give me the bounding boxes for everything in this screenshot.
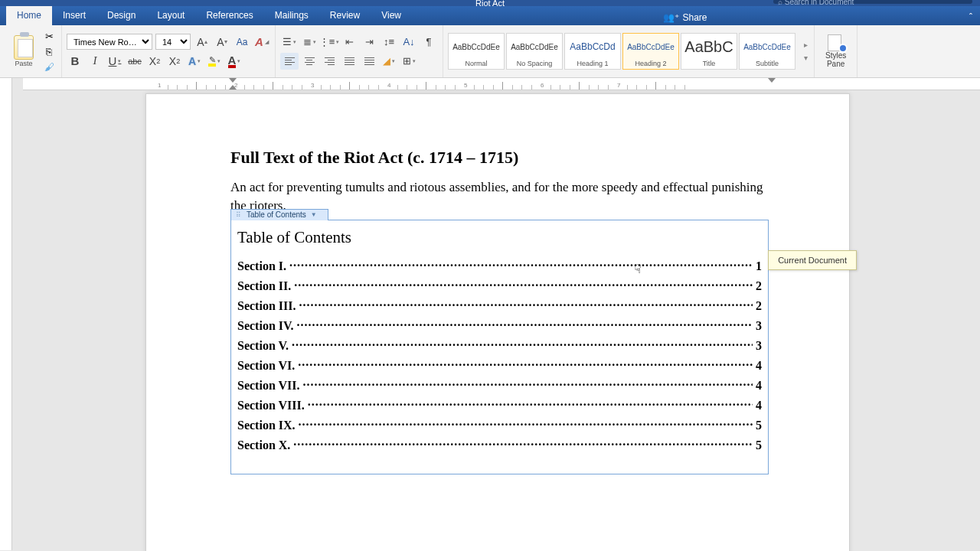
italic-button[interactable]: I bbox=[87, 53, 103, 70]
toc-entry-label: Section VII. bbox=[237, 379, 300, 393]
align-right-button[interactable] bbox=[320, 53, 338, 70]
align-center-button[interactable] bbox=[300, 53, 318, 70]
font-name-select[interactable]: Times New Ro… bbox=[67, 34, 152, 50]
multilevel-button[interactable]: ⋮≡▾ bbox=[320, 34, 338, 51]
style-tile-heading-1[interactable]: AaBbCcDdHeading 1 bbox=[564, 33, 621, 70]
horizontal-ruler[interactable]: 1234567 bbox=[23, 78, 980, 90]
style-sample: AaBbCcDd bbox=[570, 34, 615, 60]
clear-formatting-button[interactable]: A◢ bbox=[253, 34, 270, 51]
document-heading[interactable]: Full Text of the Riot Act (c. 1714 – 171… bbox=[230, 148, 769, 168]
font-size-select[interactable]: 14 bbox=[155, 34, 191, 50]
styles-pane-button[interactable]: Styles Pane bbox=[819, 31, 852, 71]
toc-field-tab[interactable]: ⠿ Table of Contents ▼ bbox=[230, 209, 328, 220]
style-sample: AaBbC bbox=[684, 34, 733, 60]
ribbon-tabs: Home Insert Design Layout References Mai… bbox=[0, 6, 980, 25]
decrease-indent-button[interactable]: ⇤ bbox=[340, 34, 358, 51]
toc-entry-label: Section IX. bbox=[237, 419, 296, 432]
show-marks-button[interactable]: ¶ bbox=[420, 34, 438, 51]
style-tile-title[interactable]: AaBbCTitle bbox=[681, 33, 737, 70]
document-page[interactable]: Full Text of the Riot Act (c. 1714 – 171… bbox=[145, 93, 850, 551]
shading-button[interactable]: ◢▾ bbox=[380, 53, 398, 70]
toc-entry-page: 3 bbox=[756, 339, 762, 353]
tab-review[interactable]: Review bbox=[319, 6, 371, 25]
title-bar: Riot Act ⌕ Search in Document bbox=[0, 0, 980, 6]
style-tile-no-spacing[interactable]: AaBbCcDdEeNo Spacing bbox=[506, 33, 563, 70]
distributed-icon bbox=[364, 57, 374, 65]
shrink-font-button[interactable]: A bbox=[214, 34, 230, 51]
sort-button[interactable]: A↓ bbox=[400, 34, 418, 51]
toc-entry[interactable]: Section II.2 bbox=[237, 278, 762, 293]
toc-entry-label: Section IV. bbox=[237, 319, 294, 333]
group-styles-pane: Styles Pane bbox=[815, 25, 858, 77]
tab-home[interactable]: Home bbox=[6, 6, 52, 25]
style-label: No Spacing bbox=[517, 60, 553, 67]
style-tile-subtitle[interactable]: AaBbCcDdEeSubtitle bbox=[739, 33, 795, 70]
increase-indent-button[interactable]: ⇥ bbox=[360, 34, 378, 51]
grow-font-button[interactable]: A bbox=[194, 34, 211, 51]
document-title: Riot Act bbox=[475, 0, 505, 8]
toc-entry-label: Section II. bbox=[237, 279, 291, 293]
line-spacing-button[interactable]: ↕≡ bbox=[380, 34, 398, 51]
text-effects-button[interactable]: A▾ bbox=[186, 53, 203, 70]
toc-entry-page: 5 bbox=[756, 439, 762, 452]
tab-insert[interactable]: Insert bbox=[52, 6, 96, 25]
toc-heading[interactable]: Table of Contents bbox=[237, 228, 762, 247]
toc-entry[interactable]: Section I.1 bbox=[237, 258, 762, 273]
align-left-button[interactable] bbox=[280, 53, 299, 70]
cut-button[interactable]: ✂︎ bbox=[41, 29, 57, 43]
distributed-button[interactable] bbox=[360, 53, 378, 70]
tab-mailings[interactable]: Mailings bbox=[264, 6, 319, 25]
toc-field[interactable]: ⠿ Table of Contents ▼ Table of Contents … bbox=[230, 220, 769, 474]
bullets-button[interactable]: ☰▾ bbox=[280, 34, 299, 51]
justify-button[interactable] bbox=[340, 53, 358, 70]
tab-design[interactable]: Design bbox=[96, 6, 146, 25]
tab-references[interactable]: References bbox=[195, 6, 263, 25]
style-tile-heading-2[interactable]: AaBbCcDdEeHeading 2 bbox=[622, 33, 679, 70]
tab-view[interactable]: View bbox=[371, 6, 412, 25]
dropdown-icon[interactable]: ▼ bbox=[311, 211, 317, 218]
numbering-button[interactable]: ≣▾ bbox=[300, 34, 318, 51]
toc-entry[interactable]: Section IV.3 bbox=[237, 318, 762, 333]
highlight-button[interactable]: ✎ ▾ bbox=[206, 53, 223, 70]
style-sample: AaBbCcDdEe bbox=[511, 34, 558, 60]
copy-icon: ⎘ bbox=[46, 46, 52, 57]
paste-button[interactable]: Paste bbox=[11, 34, 37, 69]
right-indent-marker[interactable] bbox=[768, 78, 776, 83]
toc-entry[interactable]: Section X.5 bbox=[237, 437, 762, 452]
copy-button[interactable]: ⎘ bbox=[41, 44, 57, 58]
toc-entry[interactable]: Section VII.4 bbox=[237, 377, 762, 393]
subscript-button[interactable]: X2 bbox=[146, 53, 163, 70]
paint-bucket-icon: ◢ bbox=[383, 55, 390, 67]
superscript-button[interactable]: X2 bbox=[166, 53, 183, 70]
vertical-ruler[interactable] bbox=[0, 78, 12, 550]
toc-entry[interactable]: Section V.3 bbox=[237, 337, 762, 353]
toc-leader bbox=[298, 357, 753, 370]
search-box[interactable]: ⌕ Search in Document bbox=[773, 0, 972, 4]
share-button[interactable]: 👥⁺ Share bbox=[655, 6, 717, 25]
borders-button[interactable]: ⊞▾ bbox=[400, 53, 418, 70]
share-label: Share bbox=[682, 12, 707, 23]
toc-entry-page: 3 bbox=[756, 319, 762, 333]
toc-entry-page: 4 bbox=[756, 359, 762, 373]
toc-entry[interactable]: Section III.2 bbox=[237, 298, 762, 313]
toc-entry-page: 5 bbox=[756, 419, 762, 432]
change-case-button[interactable]: Aa bbox=[234, 34, 250, 51]
drag-handle-icon[interactable]: ⠿ bbox=[236, 211, 242, 219]
strikethrough-button[interactable]: abc bbox=[126, 53, 143, 70]
toc-entry[interactable]: Section VIII.4 bbox=[237, 397, 762, 412]
style-tile-normal[interactable]: AaBbCcDdEeNormal bbox=[448, 33, 505, 70]
styles-scroll[interactable]: ▸ ▾ bbox=[799, 41, 812, 62]
share-icon: 👥⁺ bbox=[663, 12, 679, 23]
collapse-ribbon[interactable]: ˆ bbox=[962, 6, 980, 25]
bold-button[interactable]: B bbox=[67, 53, 83, 70]
toc-field-label: Table of Contents bbox=[247, 210, 306, 219]
toc-entry[interactable]: Section VI.4 bbox=[237, 357, 762, 373]
numbered-list-icon: ≣ bbox=[303, 36, 312, 47]
toc-entry-label: Section I. bbox=[237, 259, 286, 273]
font-color-button[interactable]: A ▾ bbox=[226, 53, 243, 70]
format-painter-button[interactable]: 🖌 bbox=[41, 60, 57, 73]
underline-button[interactable]: U▾ bbox=[106, 53, 123, 70]
tab-layout[interactable]: Layout bbox=[146, 6, 195, 25]
toc-entry[interactable]: Section IX.5 bbox=[237, 417, 762, 432]
brush-icon: 🖌 bbox=[44, 61, 54, 73]
